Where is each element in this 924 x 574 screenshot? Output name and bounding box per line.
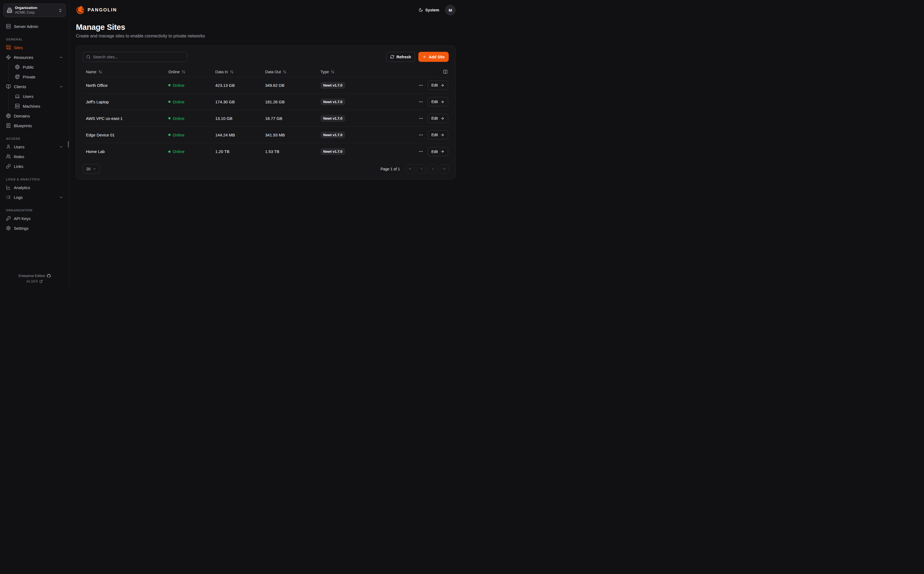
- sidebar-item-domains[interactable]: Domains: [3, 111, 66, 121]
- type-badge: Newt v1.7.0: [321, 132, 345, 138]
- site-name: Jeff's Laptop: [83, 99, 168, 104]
- column-header-online[interactable]: Online: [168, 70, 215, 74]
- type-badge: Newt v1.7.0: [321, 82, 345, 89]
- sidebar-item-analytics[interactable]: Analytics: [3, 183, 66, 192]
- data-out-value: 18.77 GB: [265, 116, 321, 121]
- edit-button[interactable]: Edit: [427, 80, 448, 90]
- sidebar-item-settings[interactable]: Settings: [3, 223, 66, 233]
- data-out-value: 181.26 GB: [265, 99, 321, 104]
- add-site-button[interactable]: Add Site: [418, 52, 449, 62]
- row-menu-button[interactable]: [419, 149, 423, 154]
- sites-card: Refresh Add Site Name Online: [76, 46, 456, 179]
- server-icon: [6, 24, 11, 29]
- sidebar-item-sites[interactable]: Sites: [3, 43, 66, 52]
- sidebar-nav: Server Admin GENERAL Sites Resources Pub…: [3, 21, 66, 233]
- table-toolbar: Refresh Add Site: [83, 52, 449, 62]
- sidebar-item-users[interactable]: Users: [3, 142, 66, 151]
- sidebar-item-logs[interactable]: Logs: [3, 192, 66, 202]
- data-in-value: 1.20 TB: [215, 149, 265, 154]
- sidebar-item-resources[interactable]: Resources: [3, 52, 66, 62]
- row-menu-button[interactable]: [419, 99, 423, 104]
- column-header-data-in[interactable]: Data In: [215, 70, 265, 74]
- last-page-button[interactable]: [440, 164, 449, 173]
- external-link-icon[interactable]: [39, 280, 43, 283]
- sidebar-item-label: Logs: [14, 195, 56, 200]
- refresh-button[interactable]: Refresh: [386, 52, 415, 62]
- ellipsis-icon: [419, 83, 423, 88]
- online-dot-icon: [168, 101, 171, 103]
- clients-children: Users Machines: [8, 91, 66, 111]
- sidebar-item-private[interactable]: Private: [12, 72, 66, 82]
- sidebar-item-label: Roles: [14, 155, 24, 159]
- site-name: Edge Device 01: [83, 132, 168, 137]
- first-page-button[interactable]: [405, 164, 415, 173]
- logs-icon: [6, 195, 11, 200]
- theme-toggle[interactable]: System: [419, 8, 439, 12]
- sidebar-item-roles[interactable]: Roles: [3, 151, 66, 161]
- data-in-value: 13.10 GB: [215, 116, 265, 121]
- github-icon[interactable]: [47, 274, 51, 278]
- gear-icon: [6, 226, 11, 230]
- receipt-icon: [6, 123, 11, 128]
- online-dot-icon: [168, 117, 171, 119]
- chevron-left-icon: [420, 167, 423, 171]
- sidebar-item-client-users[interactable]: Users: [12, 91, 66, 101]
- chevron-down-icon: [59, 195, 63, 199]
- refresh-icon: [390, 55, 394, 59]
- main-content: PANGOLIN System M Manage Sites Create an…: [69, 0, 462, 287]
- chevron-up-icon: [59, 85, 63, 89]
- page-size-select[interactable]: 20: [83, 164, 100, 173]
- sidebar-item-machines[interactable]: Machines: [12, 101, 66, 111]
- sidebar-item-label: Settings: [14, 226, 28, 230]
- search-icon: [86, 55, 91, 59]
- ellipsis-icon: [419, 99, 423, 104]
- sidebar-item-links[interactable]: Links: [3, 161, 66, 171]
- org-switcher[interactable]: Organization ACME Corp.: [3, 3, 66, 17]
- edit-button[interactable]: Edit: [427, 97, 448, 106]
- row-menu-button[interactable]: [419, 83, 423, 88]
- avatar[interactable]: M: [445, 5, 456, 15]
- sidebar-footer: Enterprise Edition v1.13.0: [0, 272, 69, 283]
- site-name: AWS VPC us-east-1: [83, 116, 168, 121]
- section-heading-organization: ORGANIZATION: [3, 208, 66, 212]
- edit-button[interactable]: Edit: [427, 114, 448, 123]
- brand: PANGOLIN: [76, 5, 117, 15]
- edit-button[interactable]: Edit: [427, 147, 448, 156]
- org-switcher-label: Organization: [15, 6, 56, 10]
- section-heading-general: GENERAL: [3, 38, 66, 41]
- sidebar-scrollbar[interactable]: [68, 141, 69, 148]
- row-menu-button[interactable]: [419, 116, 423, 121]
- edit-button[interactable]: Edit: [427, 130, 448, 139]
- column-header-type[interactable]: Type: [321, 70, 387, 74]
- table-row: AWS VPC us-east-1 Online 13.10 GB 18.77 …: [83, 110, 449, 127]
- prev-page-button[interactable]: [417, 164, 426, 173]
- laptop-icon: [15, 94, 20, 99]
- sidebar-item-api-keys[interactable]: API Keys: [3, 213, 66, 223]
- sidebar-item-blueprints[interactable]: Blueprints: [3, 121, 66, 131]
- sidebar-item-label: Domains: [14, 114, 30, 118]
- page-title: Manage Sites: [76, 23, 456, 32]
- data-out-value: 349.62 DB: [265, 83, 321, 88]
- row-menu-button[interactable]: [419, 132, 423, 137]
- column-visibility-button[interactable]: [387, 69, 449, 74]
- brand-name: PANGOLIN: [88, 7, 117, 13]
- ellipsis-icon: [419, 116, 423, 121]
- sidebar-item-label: Machines: [23, 104, 40, 109]
- data-in-value: 174.30 GB: [215, 99, 265, 104]
- column-header-data-out[interactable]: Data Out: [265, 70, 321, 74]
- waypoints-icon: [6, 55, 11, 60]
- globe-icon: [6, 114, 11, 118]
- data-in-value: 144.24 MB: [215, 132, 265, 137]
- sidebar-item-clients[interactable]: Clients: [3, 82, 66, 91]
- pangolin-logo-icon: [76, 5, 85, 15]
- chevron-up-icon: [59, 55, 63, 59]
- column-header-name[interactable]: Name: [83, 70, 168, 74]
- next-page-button[interactable]: [428, 164, 437, 173]
- sidebar-item-public[interactable]: Public: [12, 62, 66, 72]
- sidebar-item-server-admin[interactable]: Server Admin: [3, 21, 66, 31]
- data-out-value: 1.53 TB: [265, 149, 321, 154]
- ellipsis-icon: [419, 149, 423, 154]
- chevron-right-icon: [431, 167, 435, 171]
- data-in-value: 423.13 GB: [215, 83, 265, 88]
- search-input[interactable]: [93, 55, 184, 59]
